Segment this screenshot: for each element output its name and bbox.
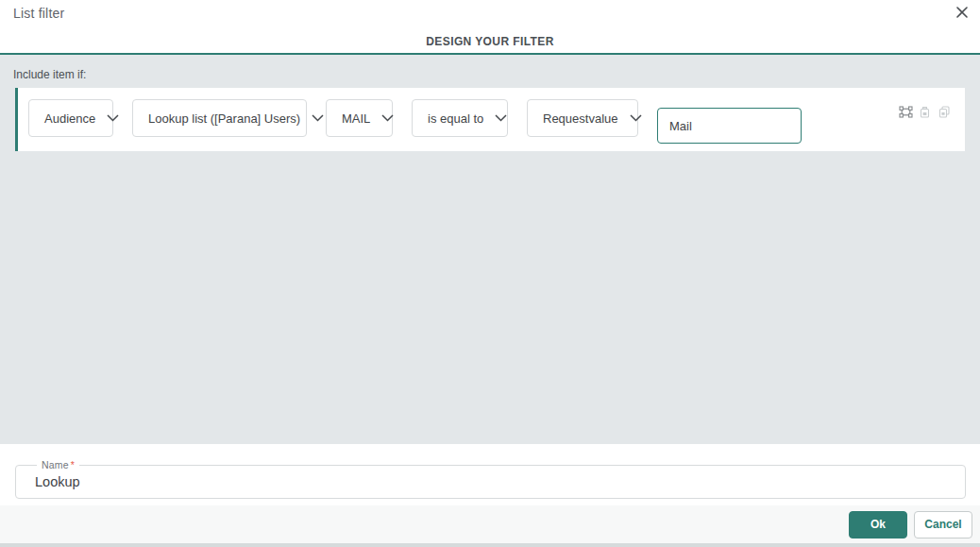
chevron-down-icon: [370, 114, 394, 122]
dialog-title: List filter: [13, 6, 64, 21]
dialog-titlebar: List filter DESIGN YOUR FILTER: [0, 0, 980, 53]
filter-designer-panel: Include item if: Audience Lookup list ([…: [0, 55, 980, 444]
list-filter-dialog: List filter DESIGN YOUR FILTER Include i…: [0, 0, 980, 547]
selection-icon: [899, 106, 913, 118]
lookup-list-dropdown[interactable]: Lookup list ([Parana] Users): [132, 99, 307, 137]
chevron-down-icon: [483, 114, 507, 122]
copy-button[interactable]: [937, 105, 951, 118]
lookup-list-dropdown-value: Lookup list ([Parana] Users): [148, 111, 300, 126]
delete-button[interactable]: [918, 105, 932, 118]
filter-value-input[interactable]: [657, 108, 802, 144]
cancel-button[interactable]: Cancel: [914, 511, 972, 538]
close-icon: [955, 6, 969, 19]
close-button[interactable]: [950, 0, 974, 25]
scope-dropdown-value: Audience: [44, 111, 95, 126]
operator-dropdown[interactable]: is equal to: [412, 99, 508, 137]
include-item-if-label: Include item if:: [13, 68, 86, 81]
chevron-down-icon: [618, 114, 642, 122]
required-marker: *: [71, 459, 75, 470]
field-dropdown[interactable]: MAIL: [326, 99, 393, 137]
field-dropdown-value: MAIL: [342, 111, 370, 126]
chevron-down-icon: [95, 114, 119, 122]
name-field: Name*: [15, 465, 966, 499]
row-action-icons: [899, 105, 951, 118]
value-type-dropdown-value: Requestvalue: [543, 111, 618, 126]
selection-button[interactable]: [899, 105, 913, 118]
scope-dropdown[interactable]: Audience: [28, 99, 113, 137]
name-input[interactable]: [16, 466, 965, 498]
dialog-footer: Ok Cancel: [0, 505, 980, 543]
delete-icon: [920, 106, 930, 118]
dialog-bottom-edge: [0, 543, 980, 547]
name-field-label: Name*: [37, 459, 79, 470]
chevron-down-icon: [300, 114, 324, 122]
filter-condition-row: Audience Lookup list ([Parana] Users) MA…: [15, 88, 965, 151]
value-type-dropdown[interactable]: Requestvalue: [527, 99, 638, 137]
operator-dropdown-value: is equal to: [428, 111, 483, 126]
ok-button[interactable]: Ok: [849, 511, 907, 538]
copy-icon: [938, 106, 950, 118]
name-section: Name*: [0, 444, 980, 505]
design-your-filter-heading: DESIGN YOUR FILTER: [0, 35, 980, 48]
